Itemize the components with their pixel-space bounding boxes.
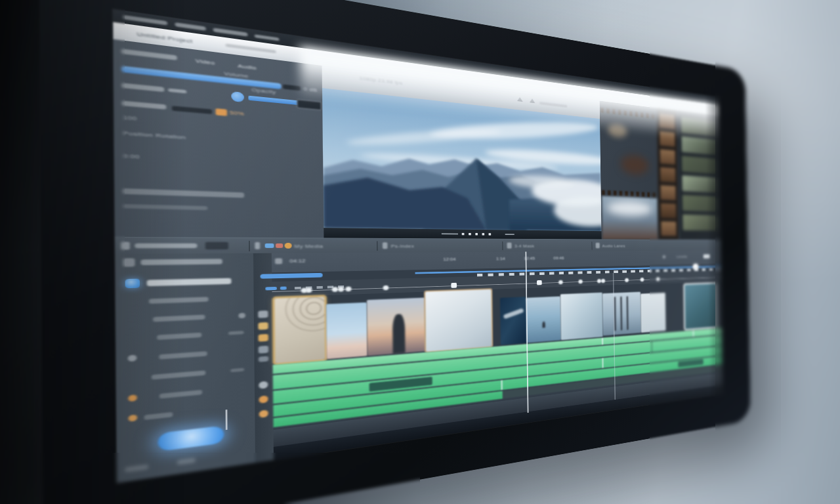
transport-dash bbox=[505, 234, 514, 235]
toolbar-item-4[interactable]: Audio Lanes bbox=[602, 243, 625, 248]
menu-item-blob[interactable] bbox=[213, 28, 248, 37]
mini-clip-blue bbox=[265, 287, 277, 290]
share-button[interactable] bbox=[158, 425, 224, 452]
blue-chip-icon[interactable] bbox=[265, 243, 274, 248]
list-item-blob bbox=[144, 412, 173, 420]
foam-streak bbox=[503, 308, 524, 319]
project-list-item[interactable] bbox=[116, 293, 254, 310]
row-value-blob bbox=[230, 368, 244, 373]
list-item-blob bbox=[159, 390, 202, 399]
selected-item-blob bbox=[147, 278, 232, 287]
layers-icon[interactable] bbox=[383, 242, 388, 249]
keyframe-dot[interactable] bbox=[345, 286, 351, 291]
menu-item-blob[interactable] bbox=[175, 22, 205, 31]
pane-splitter-handle[interactable] bbox=[226, 410, 228, 430]
audio-track-icon[interactable] bbox=[259, 381, 268, 388]
keyframe-dot[interactable] bbox=[625, 278, 629, 282]
wave-clip[interactable] bbox=[500, 297, 526, 345]
transport-dot[interactable] bbox=[475, 233, 478, 235]
keyframe-dot[interactable] bbox=[306, 287, 312, 293]
audio-track-icon-orange[interactable] bbox=[259, 395, 268, 403]
menu-item-blob[interactable] bbox=[255, 34, 280, 41]
project-list-item[interactable] bbox=[116, 310, 254, 329]
ruler-timecode: 1:14 bbox=[496, 256, 505, 261]
mast-silhouette bbox=[620, 297, 622, 330]
transport-dot[interactable] bbox=[482, 233, 484, 235]
media-list-thumb[interactable] bbox=[682, 215, 717, 231]
blur-right-3 bbox=[781, 0, 840, 504]
orange-dot-icon[interactable] bbox=[285, 243, 292, 249]
media-list-thumb[interactable] bbox=[681, 117, 716, 136]
red-chip-icon[interactable] bbox=[276, 243, 283, 248]
track-icon-gray[interactable] bbox=[258, 310, 268, 318]
snow-clip[interactable] bbox=[425, 289, 492, 352]
keyframe-dot[interactable] bbox=[383, 285, 389, 291]
project-selected-row[interactable] bbox=[115, 276, 253, 291]
toolbar-item-2[interactable]: Ps-Index bbox=[391, 243, 414, 249]
panel-icon[interactable] bbox=[121, 242, 130, 250]
window-title: Untitled Project bbox=[137, 31, 193, 45]
framed-clip[interactable] bbox=[684, 284, 716, 329]
slider-track-empty bbox=[283, 85, 301, 91]
keyframe-square[interactable] bbox=[451, 283, 457, 288]
audio-segment-divider bbox=[651, 341, 652, 352]
iceberg-clip[interactable] bbox=[560, 293, 603, 341]
keyframe-dot[interactable] bbox=[578, 280, 582, 284]
project-list-item[interactable] bbox=[116, 327, 254, 347]
transport-dot[interactable] bbox=[462, 233, 465, 235]
fx-tab-video[interactable]: Video bbox=[196, 58, 215, 66]
slider-track bbox=[248, 96, 301, 106]
fx-row-100: 100 bbox=[123, 114, 137, 121]
media-thumb-filmstrip[interactable] bbox=[600, 108, 657, 198]
track-icon-tan[interactable] bbox=[259, 334, 268, 342]
value-box[interactable] bbox=[297, 99, 322, 110]
slider-thumb[interactable] bbox=[231, 91, 244, 102]
transport-controls[interactable] bbox=[462, 230, 504, 239]
list-item-blob bbox=[159, 351, 207, 360]
media-list-thumb[interactable] bbox=[682, 156, 717, 174]
ruler-icon[interactable] bbox=[275, 259, 282, 264]
track-icon-gray[interactable] bbox=[259, 346, 268, 354]
search-icon[interactable] bbox=[663, 255, 666, 259]
audio-gap-notch bbox=[678, 359, 704, 368]
keyframe-square[interactable] bbox=[537, 280, 542, 285]
transport-dot[interactable] bbox=[489, 233, 492, 235]
row-value-blob bbox=[228, 331, 244, 335]
keyframe-dot[interactable] bbox=[656, 277, 660, 281]
track-header-column bbox=[253, 253, 274, 463]
ripple-clip[interactable] bbox=[274, 297, 325, 364]
toolbar-item-3[interactable]: 3-4 Mask bbox=[514, 243, 534, 248]
keyframe-dot[interactable] bbox=[338, 287, 344, 292]
project-list-item[interactable] bbox=[116, 345, 254, 368]
scrollbar-thumb[interactable] bbox=[260, 273, 322, 279]
fx-tab-audio[interactable]: Audio bbox=[238, 63, 256, 71]
clip-icon[interactable] bbox=[255, 242, 260, 249]
ship-clip[interactable] bbox=[602, 292, 641, 336]
row-badge-icon[interactable] bbox=[238, 313, 245, 319]
toolbar-item-1[interactable]: My Media bbox=[294, 243, 323, 249]
footer-blob bbox=[177, 457, 196, 465]
mixer-icon[interactable] bbox=[596, 243, 600, 248]
toolbar-box[interactable] bbox=[205, 242, 228, 249]
media-list-thumb[interactable] bbox=[682, 136, 717, 156]
sky-clip[interactable] bbox=[326, 303, 368, 360]
ruler-timecode: 12:04 bbox=[443, 257, 455, 262]
media-thumb-haze[interactable] bbox=[602, 196, 658, 240]
transport-dot[interactable] bbox=[469, 233, 471, 235]
track-icon-tan[interactable] bbox=[258, 322, 268, 330]
media-list-thumb[interactable] bbox=[682, 195, 717, 212]
snap-toggle-button[interactable] bbox=[704, 254, 710, 258]
sunset-clip[interactable] bbox=[367, 297, 426, 356]
keyframe-dot[interactable] bbox=[640, 278, 644, 282]
filmstrip-column[interactable] bbox=[657, 108, 679, 240]
keyframe-dot[interactable] bbox=[332, 287, 338, 292]
speed-badge bbox=[216, 108, 227, 116]
keyframe-dot[interactable] bbox=[601, 279, 605, 283]
paddle-clip[interactable] bbox=[526, 297, 560, 343]
mask-icon[interactable] bbox=[507, 243, 511, 249]
audio-track-icon-orange[interactable] bbox=[259, 410, 268, 418]
track-icon-small[interactable] bbox=[259, 356, 268, 362]
keyframe-dot[interactable] bbox=[558, 280, 563, 285]
pale-clip[interactable] bbox=[640, 293, 666, 333]
media-list-thumb[interactable] bbox=[682, 175, 717, 193]
